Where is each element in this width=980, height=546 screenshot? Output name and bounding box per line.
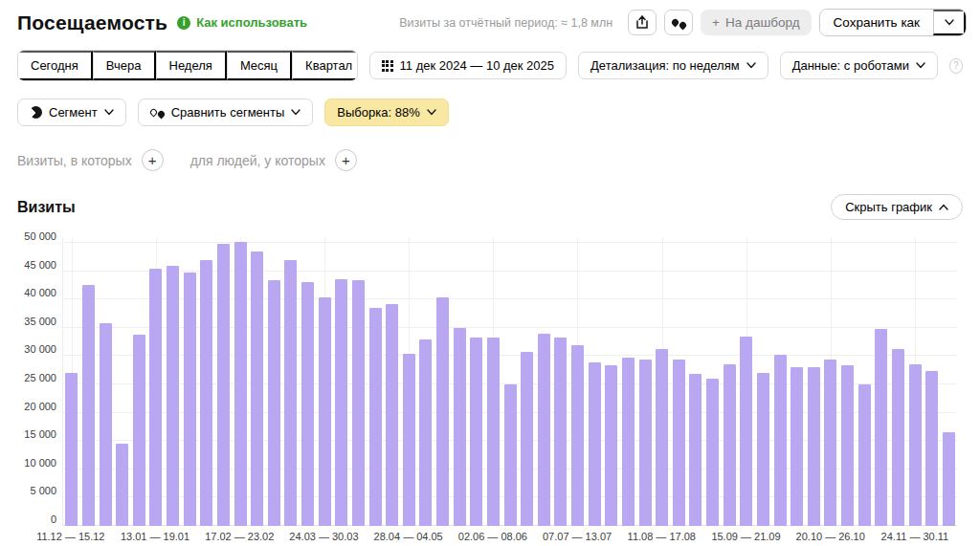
- sampling-dropdown[interactable]: Выборка: 88%: [324, 98, 448, 126]
- chart-bar[interactable]: [116, 444, 128, 526]
- calendar-grid-icon: [382, 60, 393, 72]
- chart-bar[interactable]: [571, 345, 584, 526]
- tab-квартал[interactable]: Квартал: [292, 51, 357, 80]
- chart-bar[interactable]: [65, 373, 78, 526]
- chart-bar-slot: [147, 237, 165, 526]
- chart-bar[interactable]: [656, 349, 668, 526]
- y-axis-label: 15 000: [24, 428, 56, 440]
- chart-bar[interactable]: [724, 364, 736, 526]
- segment-dropdown[interactable]: Сегмент: [17, 98, 126, 126]
- chart-bar[interactable]: [234, 242, 247, 526]
- chart-bar[interactable]: [335, 279, 347, 526]
- chart-bar[interactable]: [689, 374, 702, 526]
- chart-bar[interactable]: [454, 328, 466, 526]
- chart-bar[interactable]: [167, 266, 179, 526]
- chart-bar[interactable]: [909, 364, 922, 526]
- chart-bar[interactable]: [184, 273, 196, 526]
- detailing-dropdown[interactable]: Детализация: по неделям: [578, 52, 768, 79]
- chart-bar-slot: [890, 237, 907, 526]
- compare-segments-dropdown[interactable]: Сравнить сегменты: [138, 98, 314, 126]
- chart-bar[interactable]: [82, 285, 95, 526]
- y-axis-label: 25 000: [24, 372, 56, 383]
- chart-bar[interactable]: [858, 384, 871, 526]
- chart-bar-slot: [687, 237, 704, 526]
- chart-bar[interactable]: [100, 323, 112, 526]
- period-summary: Визиты за отчётный период: ≈ 1,8 млн: [399, 16, 612, 30]
- chart-bar-slot: [924, 237, 941, 526]
- chart-bar[interactable]: [403, 354, 415, 526]
- chart-bar[interactable]: [875, 329, 887, 526]
- chart-bar[interactable]: [319, 297, 331, 526]
- chart-bar-slot: [755, 237, 772, 526]
- y-axis-label: 45 000: [24, 259, 56, 271]
- y-axis-label: 0: [51, 513, 56, 525]
- question-icon[interactable]: ?: [949, 58, 963, 74]
- chart-bar[interactable]: [673, 360, 685, 526]
- chart-bar[interactable]: [369, 308, 382, 526]
- annotations-button[interactable]: [664, 10, 693, 35]
- add-visit-condition-button[interactable]: +: [142, 149, 164, 171]
- tab-сегодня[interactable]: Сегодня: [18, 51, 93, 80]
- chart-bar-slot: [401, 237, 418, 526]
- chart-bar[interactable]: [538, 334, 550, 526]
- chart-bar[interactable]: [504, 384, 517, 526]
- chart-bar[interactable]: [268, 280, 280, 526]
- data-mode-dropdown[interactable]: Данные: с роботами: [780, 52, 938, 79]
- chart-bar[interactable]: [706, 379, 719, 526]
- chart-bar[interactable]: [774, 355, 787, 526]
- chart-bar[interactable]: [925, 371, 938, 526]
- chart-bar[interactable]: [757, 373, 769, 526]
- chart-bar[interactable]: [284, 260, 297, 526]
- chart-bar[interactable]: [470, 338, 482, 526]
- chart-bar-slot: [586, 237, 603, 526]
- chart-bar[interactable]: [436, 297, 449, 526]
- chart-bar-slot: [215, 237, 233, 526]
- chart-bar-slot: [536, 237, 553, 526]
- chart-bar[interactable]: [217, 244, 230, 526]
- chart-bar[interactable]: [419, 339, 432, 526]
- chart-bar[interactable]: [554, 338, 567, 526]
- tab-вчера[interactable]: Вчера: [93, 51, 156, 80]
- y-axis-label: 5 000: [30, 485, 56, 496]
- segment-toolbar: Сегмент Сравнить сегменты Выборка: 88%: [0, 98, 980, 126]
- chart-bars: [63, 237, 957, 526]
- chart-bar[interactable]: [824, 360, 836, 526]
- chart-bar[interactable]: [605, 365, 617, 526]
- chart-bar[interactable]: [521, 352, 533, 526]
- chevron-down-icon: [104, 109, 114, 116]
- add-people-condition-button[interactable]: +: [335, 149, 357, 171]
- chart-bar[interactable]: [791, 367, 803, 526]
- chart-bar[interactable]: [352, 280, 365, 526]
- chart-bar[interactable]: [622, 358, 635, 526]
- chart-bar[interactable]: [943, 432, 955, 526]
- chart-bar[interactable]: [841, 365, 854, 526]
- chevron-down-icon: [746, 62, 756, 69]
- chart-bar[interactable]: [386, 304, 398, 526]
- chart-bar[interactable]: [639, 360, 652, 526]
- chart-bar[interactable]: [301, 282, 314, 526]
- save-as-button[interactable]: Сохранить как: [820, 10, 933, 35]
- date-range-button[interactable]: 11 дек 2024 — 10 дек 2025: [369, 52, 567, 79]
- chart-bar[interactable]: [133, 335, 145, 526]
- chart-bar[interactable]: [251, 251, 263, 526]
- y-axis-label: 40 000: [24, 287, 56, 298]
- y-axis-label: 50 000: [24, 230, 56, 242]
- chart-bar-slot: [906, 237, 924, 526]
- chart-bar[interactable]: [808, 367, 820, 526]
- chart-bar[interactable]: [149, 269, 162, 526]
- how-to-use-link[interactable]: Как использовать: [196, 15, 307, 30]
- tab-месяц[interactable]: Месяц: [227, 51, 292, 80]
- export-button[interactable]: [628, 10, 657, 35]
- chart-bar[interactable]: [200, 260, 212, 526]
- save-as-dropdown-button[interactable]: [933, 10, 966, 35]
- hide-chart-button[interactable]: Скрыть график: [831, 194, 963, 220]
- chart-bar[interactable]: [740, 337, 752, 526]
- chart-bar[interactable]: [892, 349, 904, 526]
- chart-bar[interactable]: [589, 362, 601, 526]
- chart-bar[interactable]: [487, 338, 500, 526]
- add-to-dashboard-button[interactable]: + На дашборд: [701, 10, 811, 35]
- info-icon[interactable]: i: [177, 16, 190, 30]
- tab-неделя[interactable]: Неделя: [156, 51, 227, 80]
- page-header: Посещаемость i Как использовать Визиты з…: [0, 0, 980, 36]
- chevron-up-icon: [939, 204, 948, 210]
